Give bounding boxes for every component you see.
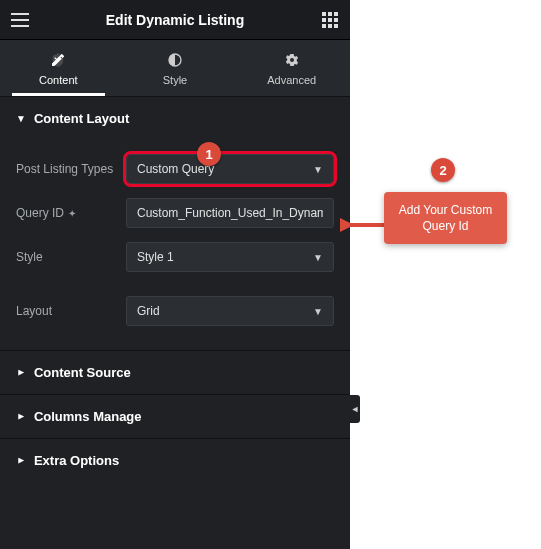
chevron-down-icon: ▼ [313,164,323,175]
annotation-arrow [340,213,390,237]
tab-advanced[interactable]: Advanced [233,40,350,96]
section-content-source-label: Content Source [34,365,131,380]
section-columns-manage[interactable]: ▼ Columns Manage [0,394,350,438]
row-post-listing-types: Post Listing Types Custom Query ▼ [16,154,334,184]
svg-rect-3 [322,18,326,22]
select-post-listing-types[interactable]: Custom Query ▼ [126,154,334,184]
label-query-id-text: Query ID [16,206,64,220]
svg-rect-7 [328,24,332,28]
section-extra-options-label: Extra Options [34,453,119,468]
svg-rect-0 [322,12,326,16]
section-columns-manage-label: Columns Manage [34,409,142,424]
chevron-down-icon: ▼ [313,306,323,317]
select-layout-value: Grid [137,304,160,318]
section-content-source[interactable]: ▼ Content Source [0,350,350,394]
select-layout[interactable]: Grid ▼ [126,296,334,326]
svg-rect-5 [334,18,338,22]
section-content-layout[interactable]: ▼ Content Layout [0,96,350,140]
annotation-callout: Add Your Custom Query Id [384,192,507,244]
tab-style[interactable]: Style [117,40,234,96]
tab-style-label: Style [163,74,187,86]
svg-rect-2 [334,12,338,16]
input-query-id[interactable] [137,206,323,220]
select-style-value: Style 1 [137,250,174,264]
section-extra-options[interactable]: ▼ Extra Options [0,438,350,482]
annotation-badge-2: 2 [431,158,455,182]
tab-advanced-label: Advanced [267,74,316,86]
panel-title: Edit Dynamic Listing [106,12,244,28]
chevron-left-icon: ◄ [351,404,360,414]
annotation-badge-1: 1 [197,142,221,166]
select-style[interactable]: Style 1 ▼ [126,242,334,272]
section-content-layout-label: Content Layout [34,111,129,126]
tabs: Content Style Advanced [0,40,350,96]
editor-panel: Edit Dynamic Listing Content Style [0,0,350,549]
chevron-right-icon: ▼ [15,368,26,378]
tab-content-label: Content [39,74,78,86]
row-query-id: Query ID ✦ [16,198,334,228]
svg-rect-6 [322,24,326,28]
row-style: Style Style 1 ▼ [16,242,334,272]
chevron-right-icon: ▼ [15,412,26,422]
label-layout: Layout [16,304,126,318]
row-layout: Layout Grid ▼ [16,296,334,326]
label-style: Style [16,250,126,264]
input-query-id-wrapper [126,198,334,228]
label-post-listing-types: Post Listing Types [16,162,126,176]
chevron-right-icon: ▼ [15,456,26,466]
chevron-down-icon: ▼ [313,252,323,263]
chevron-down-icon: ▼ [16,113,26,124]
svg-rect-4 [328,18,332,22]
tab-content[interactable]: Content [0,40,117,96]
topbar: Edit Dynamic Listing [0,0,350,40]
svg-rect-8 [334,24,338,28]
section-content-layout-body: Post Listing Types Custom Query ▼ Query … [0,140,350,350]
dynamic-icon[interactable]: ✦ [68,208,76,219]
label-query-id: Query ID ✦ [16,206,126,220]
menu-icon[interactable] [10,10,30,30]
panel-collapse-handle[interactable]: ◄ [350,395,360,423]
svg-rect-1 [328,12,332,16]
apps-icon[interactable] [320,10,340,30]
